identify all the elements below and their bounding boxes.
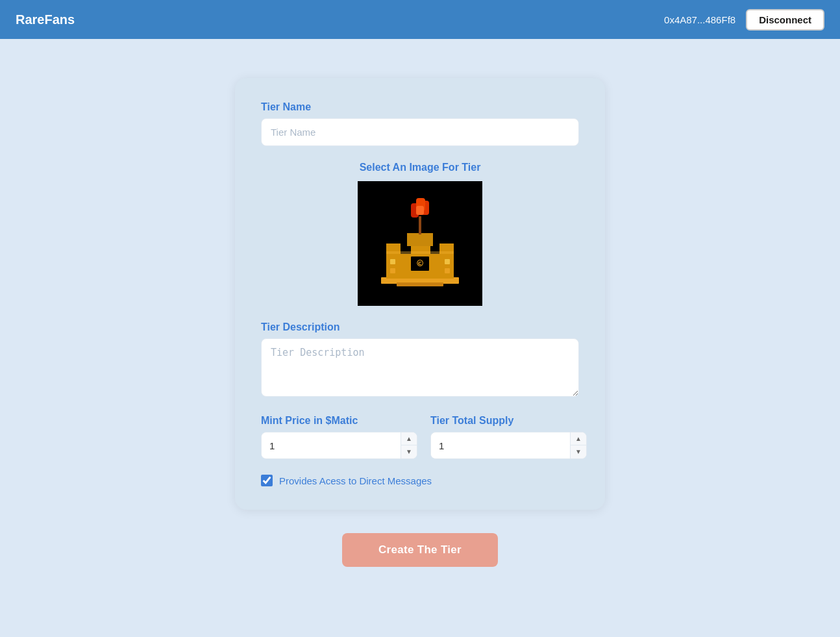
- disconnect-button[interactable]: Disconnect: [746, 9, 824, 31]
- app-brand: RareFans: [16, 12, 75, 27]
- mint-price-up[interactable]: ▲: [401, 432, 417, 445]
- svg-text:©: ©: [417, 257, 423, 269]
- tier-name-input[interactable]: [261, 118, 579, 146]
- svg-rect-19: [390, 268, 395, 273]
- tier-supply-wrapper: ▲ ▼: [430, 432, 587, 459]
- image-section-label: Select An Image For Tier: [360, 162, 481, 173]
- tier-image-svg: ©: [358, 181, 482, 306]
- dm-access-row: Provides Acess to Direct Messages: [261, 475, 579, 486]
- create-tier-button[interactable]: Create The Tier: [342, 533, 498, 567]
- create-btn-wrapper: Create The Tier: [342, 533, 498, 567]
- wallet-address: 0x4A87...486Ff8: [664, 14, 735, 25]
- dm-access-label[interactable]: Provides Acess to Direct Messages: [279, 475, 432, 486]
- tier-name-label: Tier Name: [261, 101, 579, 113]
- tier-supply-up[interactable]: ▲: [571, 432, 586, 445]
- tier-supply-spinners: ▲ ▼: [570, 432, 586, 458]
- tier-image[interactable]: ©: [358, 181, 482, 306]
- tier-description-input[interactable]: [261, 338, 579, 397]
- tier-supply-label: Tier Total Supply: [430, 415, 587, 427]
- navbar: RareFans 0x4A87...486Ff8 Disconnect: [0, 0, 840, 39]
- svg-rect-11: [419, 216, 421, 234]
- tier-supply-col: Tier Total Supply ▲ ▼: [430, 415, 587, 459]
- tier-supply-down[interactable]: ▼: [571, 445, 586, 458]
- tier-supply-input[interactable]: [431, 434, 570, 458]
- price-supply-row: Mint Price in $Matic ▲ ▼ Tier Total Supp…: [261, 415, 579, 459]
- image-section: Select An Image For Tier: [261, 162, 579, 306]
- svg-rect-20: [445, 268, 450, 273]
- navbar-right: 0x4A87...486Ff8 Disconnect: [664, 9, 824, 31]
- svg-rect-10: [407, 233, 433, 246]
- mint-price-label: Mint Price in $Matic: [261, 415, 417, 427]
- mint-price-col: Mint Price in $Matic ▲ ▼: [261, 415, 417, 459]
- tier-description-label: Tier Description: [261, 321, 579, 333]
- main-content: Tier Name Select An Image For Tier: [0, 39, 840, 606]
- dm-access-checkbox[interactable]: [261, 475, 273, 486]
- svg-rect-15: [416, 206, 424, 215]
- mint-price-wrapper: ▲ ▼: [261, 432, 417, 459]
- svg-rect-16: [386, 251, 454, 254]
- svg-rect-21: [397, 282, 443, 286]
- mint-price-down[interactable]: ▼: [401, 445, 417, 458]
- mint-price-spinners: ▲ ▼: [401, 432, 417, 458]
- svg-rect-17: [390, 259, 395, 264]
- mint-price-input[interactable]: [262, 434, 401, 458]
- svg-rect-18: [445, 259, 450, 264]
- create-tier-card: Tier Name Select An Image For Tier: [235, 78, 605, 510]
